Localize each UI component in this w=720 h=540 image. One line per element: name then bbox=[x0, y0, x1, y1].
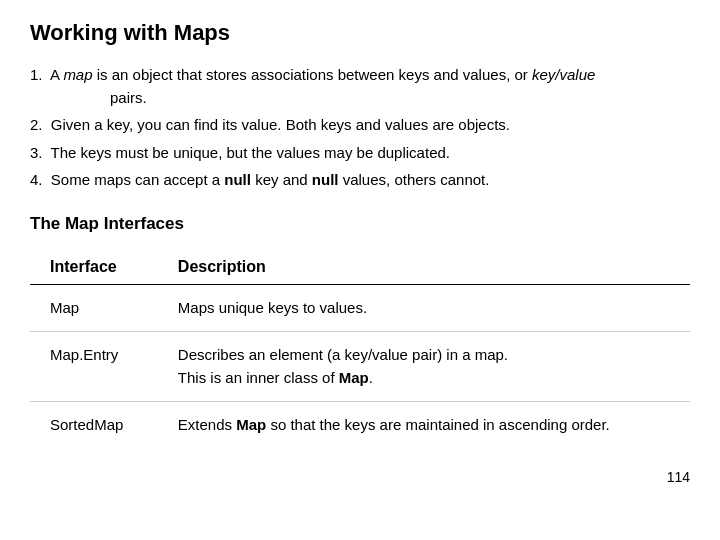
section-heading: The Map Interfaces bbox=[30, 214, 690, 234]
table-cell-description-map: Maps unique keys to values. bbox=[158, 284, 690, 332]
table-cell-description-mapentry: Describes an element (a key/value pair) … bbox=[158, 332, 690, 402]
table-row: SortedMap Extends Map so that the keys a… bbox=[30, 402, 690, 449]
italic-keyvalue: key/value bbox=[532, 66, 595, 83]
list-item-4: 4. Some maps can accept a null key and n… bbox=[30, 169, 690, 192]
numbered-list: 1. A map is an object that stores associ… bbox=[30, 64, 690, 192]
col-header-description: Description bbox=[158, 250, 690, 285]
list-text-3: The keys must be unique, but the values … bbox=[51, 144, 450, 161]
list-text-1: is an object that stores associations be… bbox=[93, 66, 532, 83]
list-text-1b: pairs. bbox=[55, 89, 147, 106]
list-number: 1. A bbox=[30, 66, 63, 83]
col-header-interface: Interface bbox=[30, 250, 158, 285]
page-number: 114 bbox=[30, 469, 690, 485]
table-cell-description-sortedmap: Extends Map so that the keys are maintai… bbox=[158, 402, 690, 449]
bold-null-2: null bbox=[312, 171, 339, 188]
list-number-3: 3. bbox=[30, 144, 51, 161]
bold-map-1: Map bbox=[339, 369, 369, 386]
table-row: Map.Entry Describes an element (a key/va… bbox=[30, 332, 690, 402]
desc-sortedmap-2: so that the keys are maintained in ascen… bbox=[266, 416, 610, 433]
map-interfaces-table: Interface Description Map Maps unique ke… bbox=[30, 250, 690, 449]
italic-map: map bbox=[63, 66, 92, 83]
desc-sortedmap-1: Extends bbox=[178, 416, 236, 433]
list-number-2: 2. bbox=[30, 116, 51, 133]
list-text-4c: values, others cannot. bbox=[339, 171, 490, 188]
list-item-1: 1. A map is an object that stores associ… bbox=[30, 64, 690, 109]
list-item-2: 2. Given a key, you can find its value. … bbox=[30, 114, 690, 137]
page-title: Working with Maps bbox=[30, 20, 690, 46]
table-row: Map Maps unique keys to values. bbox=[30, 284, 690, 332]
list-number-4: 4. bbox=[30, 171, 51, 188]
table-header-row: Interface Description bbox=[30, 250, 690, 285]
list-text-2: Given a key, you can find its value. Bot… bbox=[51, 116, 510, 133]
list-item-3: 3. The keys must be unique, but the valu… bbox=[30, 142, 690, 165]
desc-mapentry-2: . bbox=[369, 369, 373, 386]
list-text-4a: Some maps can accept a bbox=[51, 171, 224, 188]
list-text-4b: key and bbox=[251, 171, 312, 188]
bold-map-2: Map bbox=[236, 416, 266, 433]
table-cell-interface-map: Map bbox=[30, 284, 158, 332]
bold-null-1: null bbox=[224, 171, 251, 188]
table-cell-interface-mapentry: Map.Entry bbox=[30, 332, 158, 402]
table-cell-interface-sortedmap: SortedMap bbox=[30, 402, 158, 449]
